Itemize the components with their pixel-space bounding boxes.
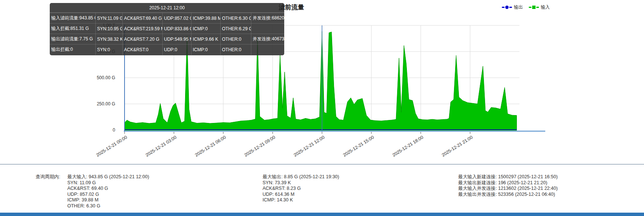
input-series-marker-icon [529, 6, 539, 9]
summary-line: 最大输出: 8.85 G (2025-12-21 19:30) [263, 174, 339, 180]
traffic-report-page: 滤前流量 输出 输入 1.00 T750.00 G500.00 G250.00 … [0, 0, 644, 216]
chart-panel: 滤前流量 输出 输入 1.00 T750.00 G500.00 G250.00 … [0, 0, 644, 164]
summary-line: 最大输入: 943.85 G (2025-12-21 12:00) [67, 174, 149, 180]
section-divider [0, 164, 644, 164]
tooltip-cell: 输出拦截:0 [50, 44, 95, 55]
legend-item-input[interactable]: 输入 [529, 4, 550, 10]
tooltip-cell: ICMP:39.88 M [191, 13, 220, 24]
summary-line: ACK&RST: 69.40 G [67, 186, 149, 192]
tooltip-cell: UDP:857.02 G [162, 13, 191, 24]
tooltip-cell [251, 44, 284, 55]
summary-line: UDP: 857.02 G [67, 192, 149, 198]
tooltip-row: 输出滤前流量:7.75 GSYN:38.32 KACK&RST:7.20 GUD… [50, 34, 284, 44]
y-tick-label: 0 [82, 127, 115, 133]
tooltip-cell: OTHER:0 [220, 44, 251, 55]
tooltip-cell: ICMP:0 [191, 44, 220, 55]
tooltip-cell: ICMP:9.66 K [191, 34, 220, 44]
summary-line: ICMP: 14.30 K [263, 197, 339, 203]
bottom-blue-bar [0, 213, 644, 216]
tooltip-cell: UDP:0 [162, 44, 191, 55]
legend-item-output[interactable]: 输出 [502, 4, 523, 10]
chart-legend: 输出 输入 [502, 4, 550, 10]
tooltip-row: 输入滤前流量:943.85 GSYN:11.09 GACK&RST:69.40 … [50, 13, 284, 24]
summary-line: 最大输入并发连接: 1213602 (2025-12-21 22:40) [458, 186, 558, 192]
tooltip-cell: OTHER:0 [220, 34, 251, 44]
tooltip-cell: 输出滤前流量:7.75 G [50, 34, 95, 44]
summary-input-stats: 最大输入: 943.85 G (2025-12-21 12:00)SYN: 11… [67, 174, 149, 209]
tooltip-cell: SYN:0 [95, 44, 122, 55]
tooltip-timestamp: 2025-12-21 12:00 [50, 3, 284, 13]
y-tick-label: 500.00 G [82, 75, 115, 80]
summary-line: 最大输出并发连接: 523356 (2025-12-21 06:40) [458, 192, 558, 198]
tooltip-cell: SYN:38.32 K [95, 34, 122, 44]
tooltip-cell: ACK&RST:0 [122, 44, 162, 55]
tooltip-cell: OTHER:6.30 G [220, 13, 251, 24]
summary-connection-stats: 最大输入新建连接: 1500297 (2025-12-21 16:50)最大输出… [458, 174, 558, 197]
legend-label-input: 输入 [541, 4, 550, 10]
tooltip-cell: ICMP:0 [191, 24, 220, 34]
tooltip-cell: 输入拦截:851.31 G [50, 24, 95, 34]
tooltip-row: 输出拦截:0SYN:0ACK&RST:0UDP:0ICMP:0OTHER:0 [50, 44, 284, 55]
tooltip-cell: ACK&RST:7.20 G [122, 34, 162, 44]
tooltip-cell: 并发连接:686205 [251, 13, 284, 24]
tooltip-cell [251, 24, 284, 34]
y-tick-label: 250.00 G [82, 101, 115, 107]
tooltip-cell: SYN:11.09 G [95, 13, 122, 24]
summary-line: ICMP: 39.88 M [67, 197, 149, 203]
summary-line: OTHER: 6.30 G [67, 203, 149, 209]
summary-line: UDP: 614.36 M [263, 192, 339, 198]
tooltip-cell: ACK&RST:69.40 G [122, 13, 162, 24]
chart-tooltip: 2025-12-21 12:00 输入滤前流量:943.85 GSYN:11.0… [50, 3, 284, 55]
summary-line: 最大输入新建连接: 1500297 (2025-12-21 16:50) [458, 174, 558, 180]
tooltip-cell: OTHER:6.29 G [220, 24, 251, 34]
tooltip-cell: ACK&RST:219.59 M [122, 24, 162, 34]
legend-label-output: 输出 [514, 4, 523, 10]
output-series-marker-icon [502, 6, 512, 9]
summary-output-stats: 最大输出: 8.85 G (2025-12-21 19:30)SYN: 73.3… [263, 174, 339, 203]
tooltip-cell: UDP:833.86 G [162, 24, 191, 34]
tooltip-cell: UDP:549.95 M [162, 34, 191, 44]
summary-period-label: 查询周期内: [36, 174, 60, 180]
tooltip-cell: SYN:10.95 G [95, 24, 122, 34]
tooltip-cell: 输入滤前流量:943.85 G [50, 13, 95, 24]
summary-line: 最大输出新建连接: 196 (2025-12-21 21:20) [458, 180, 558, 186]
tooltip-table: 输入滤前流量:943.85 GSYN:11.09 GACK&RST:69.40 … [50, 13, 284, 55]
summary-line: SYN: 73.39 K [263, 180, 339, 186]
tooltip-cell: 并发连接:406730 [251, 34, 284, 44]
tooltip-row: 输入拦截:851.31 GSYN:10.95 GACK&RST:219.59 M… [50, 24, 284, 34]
summary-line: SYN: 11.09 G [67, 180, 149, 186]
summary-line: ACK&RST: 8.23 G [263, 186, 339, 192]
